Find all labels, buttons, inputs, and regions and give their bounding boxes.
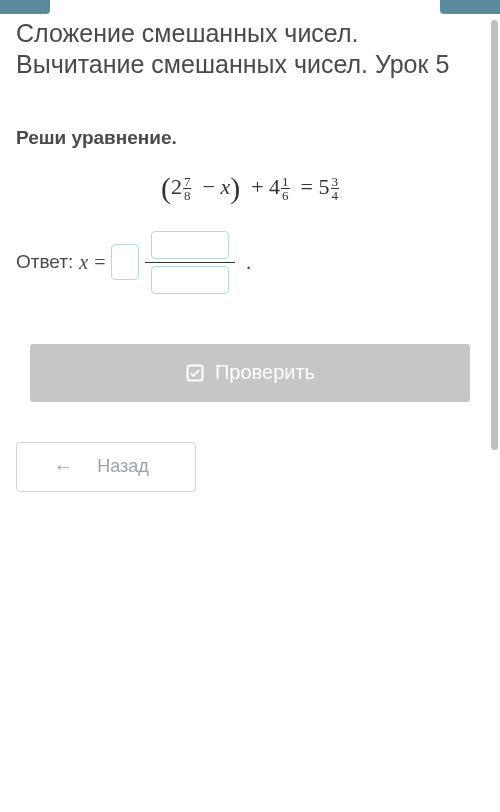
scrollbar[interactable] — [491, 20, 498, 450]
check-button[interactable]: Проверить — [30, 344, 470, 402]
equals-sign: = — [94, 251, 105, 274]
top-right-tab[interactable] — [440, 0, 500, 14]
check-icon — [185, 363, 205, 383]
answer-variable: x — [79, 251, 88, 274]
back-button[interactable]: ← Назад — [16, 442, 196, 492]
back-button-label: Назад — [97, 456, 149, 477]
answer-label: Ответ: — [16, 251, 73, 273]
task-prompt: Реши уравнение. — [16, 127, 484, 149]
fraction-line — [145, 262, 235, 263]
arrow-left-icon: ← — [53, 455, 73, 478]
equation: (278 − x) + 416 = 534 — [16, 171, 484, 205]
period: . — [245, 249, 251, 275]
answer-row: Ответ: x = . — [16, 231, 484, 294]
check-button-label: Проверить — [215, 361, 315, 384]
top-left-tab[interactable] — [0, 0, 50, 14]
answer-whole-input[interactable] — [111, 244, 139, 280]
page-title: Сложение смешанных чисел. Вычитание смеш… — [16, 18, 484, 81]
answer-numerator-input[interactable] — [151, 231, 229, 259]
answer-denominator-input[interactable] — [151, 266, 229, 294]
